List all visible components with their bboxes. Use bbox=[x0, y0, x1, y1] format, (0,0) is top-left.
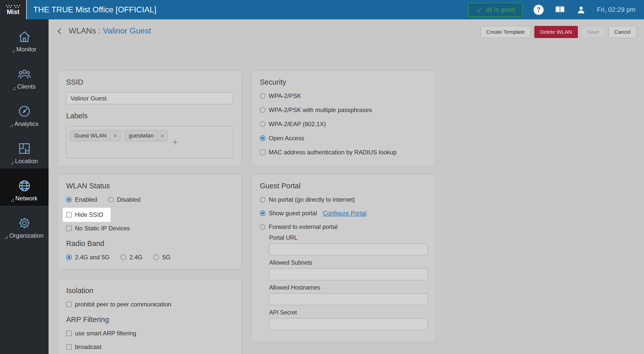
sidebar: Monitor Clients bbox=[0, 19, 49, 354]
sidebar-item-label: Analytics bbox=[14, 120, 38, 127]
gear-icon bbox=[18, 216, 31, 230]
option-label: No portal (go directly to internet) bbox=[269, 196, 355, 203]
portal-url-label: Portal URL bbox=[269, 234, 427, 241]
radio-enabled[interactable] bbox=[66, 197, 72, 202]
remove-tag-icon[interactable] bbox=[157, 130, 167, 141]
security-option-wpa2-psk-multi[interactable]: WPA-2/PSK with multiple passphrases bbox=[260, 107, 427, 114]
radio-disabled[interactable] bbox=[108, 197, 114, 202]
arp-filtering-title: ARP Filtering bbox=[66, 315, 233, 324]
option-label: WPA-2/EAP (802.1X) bbox=[269, 121, 326, 128]
option-label: 5G bbox=[162, 254, 170, 261]
allowed-subnets-input[interactable] bbox=[269, 268, 428, 280]
clients-icon bbox=[18, 67, 31, 81]
checkbox-smart-arp[interactable] bbox=[66, 331, 72, 336]
labels-title: Labels bbox=[66, 112, 233, 120]
option-label: prohibit peer to peer communication bbox=[75, 301, 171, 308]
sidebar-item-location[interactable]: Location bbox=[0, 131, 49, 168]
option-label: Enabled bbox=[75, 196, 97, 203]
band-option-5g[interactable]: 5G bbox=[153, 254, 170, 261]
radio-show-portal[interactable] bbox=[260, 210, 265, 216]
option-label: WPA-2/PSK with multiple passphrases bbox=[269, 107, 372, 114]
option-no-static-ip[interactable]: No Static IP Devices bbox=[66, 225, 233, 232]
portal-url-input[interactable] bbox=[269, 243, 428, 255]
radio-no-portal[interactable] bbox=[260, 197, 265, 202]
checkbox-broadcast[interactable] bbox=[66, 344, 72, 350]
security-option-wpa2-psk[interactable]: WPA-2/PSK bbox=[260, 92, 427, 99]
sidebar-item-organization[interactable]: Organization bbox=[0, 206, 49, 243]
isolation-title: Isolation bbox=[66, 287, 233, 295]
band-option-both[interactable]: 2.4G and 5G bbox=[66, 254, 109, 261]
wlan-status-radio-group: Enabled Disabled bbox=[66, 196, 233, 203]
option-broadcast[interactable]: broadcast bbox=[66, 343, 233, 350]
checkbox-mac-auth[interactable] bbox=[260, 150, 265, 155]
logo-dots-icon bbox=[5, 5, 21, 8]
status-button[interactable]: all is good bbox=[468, 3, 522, 17]
portal-option-show[interactable]: Show guest portal Configure Portal bbox=[260, 210, 427, 217]
radio-forward-portal[interactable] bbox=[260, 224, 265, 230]
ssid-input[interactable] bbox=[66, 92, 233, 104]
radio-open-access[interactable] bbox=[260, 135, 265, 141]
sidebar-item-network[interactable]: Network bbox=[0, 168, 49, 206]
radio-band-group: 2.4G and 5G 2.4G 5G bbox=[66, 254, 233, 261]
radio-band-5g[interactable] bbox=[153, 255, 159, 260]
status-option-disabled[interactable]: Disabled bbox=[108, 196, 140, 203]
sidebar-item-label: Clients bbox=[17, 83, 35, 90]
delete-wlan-button[interactable]: Delete WLAN bbox=[534, 26, 578, 38]
header-actions: Create Template Delete WLAN Save Cancel bbox=[480, 26, 636, 38]
mist-logo[interactable]: Mist bbox=[0, 0, 27, 19]
radio-band-24g[interactable] bbox=[120, 255, 126, 260]
sidebar-item-clients[interactable]: Clients bbox=[0, 57, 49, 94]
status-option-enabled[interactable]: Enabled bbox=[66, 196, 97, 203]
create-template-button[interactable]: Create Template bbox=[480, 26, 531, 38]
back-chevron-icon[interactable] bbox=[56, 27, 64, 36]
sidebar-item-monitor[interactable]: Monitor bbox=[0, 19, 49, 57]
add-tag-icon[interactable] bbox=[172, 139, 178, 145]
option-label: MAC address authentication by RADIUS loo… bbox=[269, 149, 396, 156]
radio-wpa2-psk-multi[interactable] bbox=[260, 107, 265, 113]
labels-box[interactable]: Guest WLAN guestwlan bbox=[66, 126, 233, 158]
radio-band-both[interactable] bbox=[66, 255, 72, 260]
help-glyph: ? bbox=[537, 6, 541, 14]
security-option-wpa2-eap[interactable]: WPA-2/EAP (802.1X) bbox=[260, 121, 427, 128]
option-smart-arp[interactable]: use smart ARP filtering bbox=[66, 330, 233, 337]
remove-tag-icon[interactable] bbox=[110, 130, 120, 141]
allowed-hostnames-label: Allowed Hostnames bbox=[269, 284, 427, 291]
ssid-panel: SSID Labels Guest WLAN guestwlan bbox=[58, 70, 242, 166]
wlan-status-panel: WLAN Status Enabled Disabled Hide SSID N… bbox=[58, 174, 242, 270]
option-label: Forward to external portal bbox=[269, 223, 337, 230]
checkbox-hide-ssid[interactable] bbox=[66, 212, 72, 218]
security-panel: Security WPA-2/PSK WPA-2/PSK with multip… bbox=[251, 70, 435, 166]
account-icon[interactable] bbox=[576, 5, 586, 15]
sidebar-item-analytics[interactable]: Analytics bbox=[0, 94, 49, 131]
topbar: Mist THE TRUE Mist Office [OFFICIAL] all… bbox=[0, 0, 644, 19]
logo-text: Mist bbox=[7, 9, 19, 15]
checkbox-no-static-ip[interactable] bbox=[66, 226, 72, 231]
hide-ssid-highlight[interactable]: Hide SSID bbox=[63, 208, 111, 222]
allowed-hostnames-input[interactable] bbox=[269, 293, 428, 305]
home-icon bbox=[18, 30, 31, 44]
help-icon[interactable]: ? bbox=[534, 5, 544, 15]
checkbox-prohibit-p2p[interactable] bbox=[66, 302, 72, 307]
portal-option-none[interactable]: No portal (go directly to internet) bbox=[260, 196, 427, 203]
topbar-right: all is good ? Fri, 02:29 pm bbox=[468, 3, 644, 17]
sidebar-item-label: Location bbox=[15, 158, 38, 165]
security-option-mac-auth[interactable]: MAC address authentication by RADIUS loo… bbox=[260, 149, 427, 156]
save-button[interactable]: Save bbox=[581, 26, 605, 38]
security-option-open-access[interactable]: Open Access bbox=[260, 135, 427, 142]
sidebar-item-label: Monitor bbox=[16, 46, 36, 53]
portal-fields: Portal URL Allowed Subnets Allowed Hostn… bbox=[269, 234, 427, 330]
wlan-status-title: WLAN Status bbox=[66, 182, 233, 190]
dots-icon bbox=[11, 161, 14, 165]
configure-portal-link[interactable]: Configure Portal bbox=[323, 210, 366, 217]
cancel-button[interactable]: Cancel bbox=[609, 26, 636, 38]
option-label: Show guest portal bbox=[269, 210, 317, 217]
portal-option-forward[interactable]: Forward to external portal bbox=[260, 223, 427, 230]
radio-wpa2-psk[interactable] bbox=[260, 93, 265, 99]
docs-icon[interactable] bbox=[555, 6, 565, 14]
api-secret-input[interactable] bbox=[269, 318, 428, 330]
option-prohibit-p2p[interactable]: prohibit peer to peer communication bbox=[66, 301, 233, 308]
radio-wpa2-eap[interactable] bbox=[260, 121, 265, 127]
option-label: use smart ARP filtering bbox=[75, 330, 136, 337]
band-option-24g[interactable]: 2.4G bbox=[120, 254, 142, 261]
ssid-panel-title: SSID bbox=[66, 78, 233, 86]
